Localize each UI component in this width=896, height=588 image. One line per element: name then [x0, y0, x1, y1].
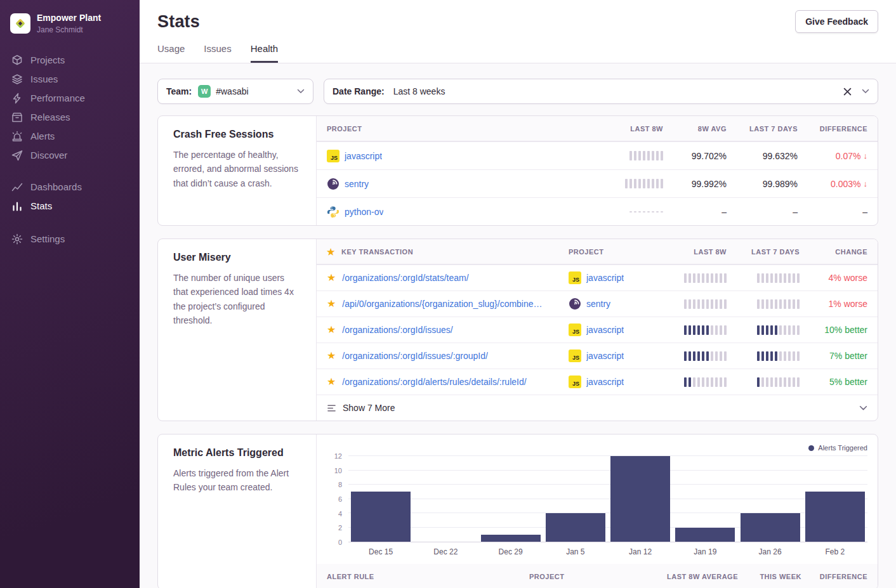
sidebar-item-discover[interactable]: Discover: [0, 146, 140, 165]
key-transaction-star-icon[interactable]: [327, 377, 336, 387]
key-transaction-star-icon[interactable]: [327, 273, 336, 283]
sidebar-item-stats[interactable]: Stats: [0, 197, 140, 216]
x-axis-label: Dec 22: [413, 547, 478, 556]
chevron-down-icon: [297, 88, 305, 95]
org-name: Empower Plant: [37, 13, 101, 24]
javascript-icon: [569, 376, 581, 388]
chevron-down-icon: [862, 88, 869, 95]
column-header: Difference: [807, 573, 878, 580]
arrow-down-icon: ↓: [864, 179, 868, 188]
project-link[interactable]: javascript: [345, 151, 382, 161]
javascript-icon: [569, 350, 581, 362]
date-range-label: Date Range:: [333, 86, 385, 96]
column-header: Alert Rule: [317, 573, 524, 580]
table-header: Project Last 8w 8w Avg Last 7 Days Diffe…: [317, 116, 878, 141]
change-value: 7% better: [805, 351, 878, 361]
sidebar-item-label: Performance: [30, 93, 85, 103]
avg-8w-value: –: [668, 207, 732, 217]
chart-bar: [738, 456, 803, 542]
sidebar-item-dashboards[interactable]: Dashboards: [0, 178, 140, 197]
project-link[interactable]: javascript: [586, 273, 624, 283]
transaction-link[interactable]: /api/0/organizations/{organization_slug}…: [342, 299, 542, 309]
project-link[interactable]: sentry: [586, 299, 610, 309]
sparkline-chart: [684, 273, 727, 283]
table-row: sentry 99.992% 99.989% 0.003%↓: [317, 169, 878, 197]
sidebar-nav: Projects Issues Performance Releases Ale…: [0, 51, 140, 249]
sidebar: Empower Plant Jane Schmidt Projects Issu…: [0, 0, 140, 588]
table-row: /api/0/organizations/{organization_slug}…: [317, 291, 878, 317]
sparkline-chart: [757, 377, 800, 387]
metric-alerts-panel: Metric Alerts Triggered Alerts triggered…: [157, 434, 878, 588]
transaction-link[interactable]: /organizations/:orgId/issues/: [342, 325, 452, 335]
tab-bar: Usage Issues Health: [157, 43, 878, 63]
sidebar-item-releases[interactable]: Releases: [0, 108, 140, 127]
date-range-select[interactable]: Date Range: Last 8 weeks: [324, 79, 878, 104]
alerts-chart-yaxis: 024681012: [327, 456, 348, 542]
column-header: Last 7 Days: [732, 125, 803, 133]
crash-free-sessions-panel: Crash Free Sessions The percentage of he…: [157, 115, 878, 226]
user-misery-table: Key Transaction Project Last 8w Last 7 D…: [317, 239, 878, 421]
transaction-link[interactable]: /organizations/:orgId/alerts/rules/detai…: [342, 377, 526, 387]
star-icon: [327, 247, 335, 256]
key-transaction-star-icon[interactable]: [327, 351, 336, 361]
panel-description: The number of unique users that experien…: [173, 271, 301, 328]
sidebar-item-projects[interactable]: Projects: [0, 51, 140, 70]
sparkline-chart: [757, 299, 800, 309]
sparkline-chart: [684, 325, 727, 335]
performance-icon: [11, 93, 23, 104]
chart-bar: [478, 456, 543, 542]
panel-title: Metric Alerts Triggered: [173, 447, 301, 459]
key-transaction-star-icon[interactable]: [327, 325, 336, 335]
panel-description-column: Crash Free Sessions The percentage of he…: [158, 116, 317, 225]
issues-icon: [11, 74, 23, 85]
nav-section-divider: [0, 216, 140, 230]
project-link[interactable]: javascript: [586, 377, 624, 387]
change-value: 1% worse: [805, 299, 878, 309]
team-select[interactable]: Team: W #wasabi: [157, 79, 313, 104]
table-row: /organizations/:orgId/issues/ javascript…: [317, 317, 878, 343]
column-header: Difference: [803, 125, 878, 133]
alerts-icon: [11, 131, 23, 142]
user-name: Jane Schmidt: [37, 25, 101, 34]
chart-bar: [413, 456, 478, 542]
sparkline-chart: [757, 325, 800, 335]
table-row: /organizations/:orgId/issues/:groupId/ j…: [317, 343, 878, 369]
project-link[interactable]: python-ov: [345, 207, 383, 217]
project-link[interactable]: javascript: [586, 325, 624, 335]
metric-alerts-body: Alerts Triggered 024681012 Dec 15Dec 22D…: [317, 434, 878, 588]
key-transaction-star-icon[interactable]: [327, 299, 336, 309]
clear-icon[interactable]: [843, 88, 852, 96]
transaction-link[interactable]: /organizations/:orgId/stats/team/: [342, 273, 468, 283]
column-header: Last 8w: [579, 125, 668, 133]
discover-icon: [11, 150, 23, 161]
give-feedback-button[interactable]: Give Feedback: [795, 10, 878, 33]
sidebar-item-performance[interactable]: Performance: [0, 89, 140, 108]
x-axis-label: Feb 2: [803, 547, 867, 556]
tab-issues[interactable]: Issues: [204, 43, 231, 63]
last-7d-value: –: [732, 207, 803, 217]
python-icon: [327, 206, 339, 218]
project-link[interactable]: sentry: [345, 179, 369, 189]
table-header: Key Transaction Project Last 8w Last 7 D…: [317, 239, 878, 265]
alerts-chart-xaxis: Dec 15Dec 22Dec 29Jan 5Jan 12Jan 19Jan 2…: [348, 542, 867, 564]
panel-description: Alerts triggered from the Alert Rules yo…: [173, 466, 301, 495]
show-more-row[interactable]: Show 7 More: [317, 395, 878, 421]
sidebar-item-settings[interactable]: Settings: [0, 230, 140, 249]
sparkline-chart: [629, 211, 663, 212]
tab-health[interactable]: Health: [251, 43, 278, 63]
dashboards-icon: [11, 181, 23, 193]
nav-section-divider: [0, 165, 140, 178]
column-header: 8w Avg: [668, 125, 732, 133]
arrow-down-icon: ↓: [864, 151, 868, 160]
filter-bar: Team: W #wasabi Date Range: Last 8 weeks: [157, 79, 878, 104]
column-header: Last 7 Days: [732, 248, 805, 256]
difference-value: 0.003%: [831, 179, 860, 189]
org-switcher[interactable]: Empower Plant Jane Schmidt: [0, 13, 140, 34]
avg-8w-value: 99.992%: [668, 179, 732, 189]
sidebar-item-issues[interactable]: Issues: [0, 70, 140, 89]
sidebar-item-alerts[interactable]: Alerts: [0, 127, 140, 146]
transaction-link[interactable]: /organizations/:orgId/issues/:groupId/: [342, 351, 488, 361]
tab-usage[interactable]: Usage: [157, 43, 185, 63]
column-header: Last 8w: [659, 248, 732, 256]
project-link[interactable]: javascript: [586, 351, 624, 361]
